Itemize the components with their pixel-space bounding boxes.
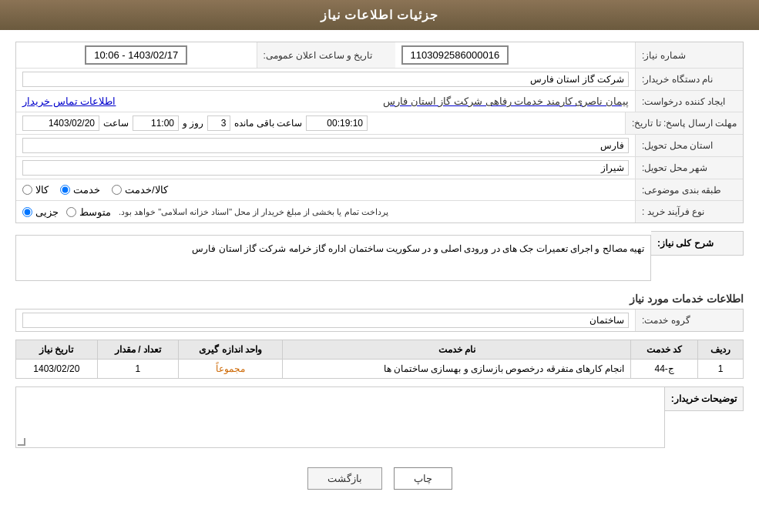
- creator-value: پیمان ناصری کارمند خدمات رفاهی شرکت گاز …: [383, 95, 629, 107]
- category-radio-group: کالا/خدمت خدمت کالا: [16, 179, 635, 200]
- resize-handle[interactable]: [18, 438, 25, 446]
- category-row: طبقه بندی موضوعی: کالا/خدمت خدمت کالا: [16, 179, 743, 201]
- process-note: پرداخت تمام یا بخشی از مبلغ خریدار از مح…: [119, 207, 388, 217]
- page-title: جزئیات اطلاعات نیاز: [321, 8, 439, 22]
- col-header-row: ردیف: [698, 340, 744, 360]
- main-content: شماره نیاز: 1103092586000016 تاریخ و ساع…: [0, 30, 759, 509]
- requester-row: نام دستگاه خریدار:: [16, 69, 743, 91]
- deadline-days-input[interactable]: [207, 115, 230, 131]
- category-radio-khedmat[interactable]: [60, 185, 70, 195]
- remaining-label: ساعت باقی مانده: [234, 118, 302, 129]
- category-radio-kala[interactable]: [22, 185, 32, 195]
- col-header-date: تاریخ نیاز: [16, 340, 98, 360]
- services-table: ردیف کد خدمت نام خدمت واحد اندازه گیری ت…: [15, 340, 744, 379]
- category-label-kala-khedmat: کالا/خدمت: [125, 184, 168, 196]
- deadline-time-input[interactable]: [133, 115, 179, 131]
- table-row: 1 ج-44 انجام کارهای متفرقه درخصوص بازساز…: [16, 360, 744, 379]
- category-option-kala-khedmat[interactable]: کالا/خدمت: [112, 184, 168, 196]
- col-header-name: نام خدمت: [283, 340, 631, 360]
- process-options-group: پرداخت تمام یا بخشی از مبلغ خریدار از مح…: [16, 201, 635, 223]
- group-value-cell: [16, 309, 635, 331]
- public-announce-box: 1403/02/17 - 10:06: [85, 45, 187, 65]
- category-label-khedmat: خدمت: [73, 184, 100, 196]
- category-option-khedmat[interactable]: خدمت: [60, 184, 100, 196]
- process-radio-jozi[interactable]: [22, 207, 32, 217]
- back-button[interactable]: بازگشت: [307, 467, 382, 490]
- city-value-cell: [16, 157, 635, 179]
- deadline-time-label: ساعت: [103, 118, 129, 129]
- requester-input[interactable]: [22, 72, 629, 87]
- buyer-notes-label: توضیحات خریدار:: [665, 386, 744, 411]
- process-option-jozi[interactable]: جزیی: [22, 206, 59, 218]
- process-label-jozi: جزیی: [35, 206, 59, 218]
- deadline-day-label: روز و: [183, 118, 203, 129]
- group-row: گروه خدمت:: [16, 309, 743, 331]
- process-label: نوع فرآیند خرید :: [635, 201, 743, 223]
- col-header-code: کد خدمت: [631, 340, 698, 360]
- remaining-time-input[interactable]: [306, 115, 368, 131]
- creator-label: ایجاد کننده درخواست:: [635, 91, 743, 112]
- deadline-row: مهلت ارسال پاسخ: تا تاریخ: ساعت باقی مان…: [16, 112, 743, 135]
- need-number-box: 1103092586000016: [401, 45, 509, 65]
- deadline-date-input[interactable]: [22, 115, 99, 131]
- buttons-row: چاپ بازگشت: [15, 460, 744, 497]
- deadline-label: مهلت ارسال پاسخ: تا تاریخ:: [625, 112, 743, 134]
- row-count: 1: [97, 360, 179, 379]
- city-label: شهر محل تحویل:: [635, 157, 743, 179]
- process-label-motavaset: متوسط: [79, 206, 111, 218]
- category-label: طبقه بندی موضوعی:: [635, 179, 743, 200]
- description-section: شرح کلی نیاز: تهیه مصالح و اجرای تعمیرات…: [15, 231, 744, 285]
- process-row: نوع فرآیند خرید : پرداخت تمام یا بخشی از…: [16, 201, 743, 223]
- col-header-count: تعداد / مقدار: [97, 340, 179, 360]
- requester-value: [16, 69, 635, 90]
- print-button[interactable]: چاپ: [394, 467, 452, 490]
- table-header-row: ردیف کد خدمت نام خدمت واحد اندازه گیری ت…: [16, 340, 744, 360]
- city-input[interactable]: [22, 160, 629, 176]
- creator-link[interactable]: اطلاعات تماس خریدار: [22, 95, 116, 107]
- row-number: 1: [698, 360, 744, 379]
- need-number-row: شماره نیاز: 1103092586000016 تاریخ و ساع…: [16, 42, 743, 69]
- description-label: شرح کلی نیاز:: [651, 231, 744, 256]
- category-label-kala: کالا: [35, 184, 49, 196]
- province-value-cell: [16, 135, 635, 156]
- process-option-motavaset[interactable]: متوسط: [66, 206, 111, 218]
- requester-label: نام دستگاه خریدار:: [635, 69, 743, 90]
- creator-row: ایجاد کننده درخواست: پیمان ناصری کارمند …: [16, 91, 743, 112]
- need-number-value: 1103092586000016: [395, 42, 636, 68]
- creator-value-cell: پیمان ناصری کارمند خدمات رفاهی شرکت گاز …: [16, 91, 635, 112]
- service-info-title: اطلاعات خدمات مورد نیاز: [15, 293, 744, 305]
- province-input[interactable]: [22, 138, 629, 153]
- public-announce-value: 1403/02/17 - 10:06: [16, 42, 257, 68]
- info-section: شماره نیاز: 1103092586000016 تاریخ و ساع…: [15, 42, 744, 223]
- col-header-unit: واحد اندازه گیری: [179, 340, 283, 360]
- remaining-time-group: ساعت باقی مانده: [234, 115, 368, 131]
- buyer-notes-section: توضیحات خریدار:: [15, 386, 744, 448]
- page-header: جزئیات اطلاعات نیاز: [0, 0, 759, 30]
- row-unit: مجموعاً: [179, 360, 283, 379]
- buyer-notes-box: [15, 386, 665, 448]
- group-section: گروه خدمت:: [15, 309, 744, 332]
- province-label: استان محل تحویل:: [635, 135, 743, 156]
- row-name: انجام کارهای متفرقه درخصوص بازسازی و بهس…: [283, 360, 631, 379]
- group-label: گروه خدمت:: [635, 309, 743, 331]
- deadline-value-cell: ساعت باقی مانده روز و ساعت: [16, 112, 625, 134]
- row-code: ج-44: [631, 360, 698, 379]
- city-row: شهر محل تحویل:: [16, 157, 743, 179]
- page-container: جزئیات اطلاعات نیاز شماره نیاز: 11030925…: [0, 0, 759, 532]
- process-radio-motavaset[interactable]: [66, 207, 76, 217]
- category-option-kala[interactable]: کالا: [22, 184, 49, 196]
- public-announce-label: تاریخ و ساعت اعلان عمومی:: [257, 42, 395, 68]
- province-row: استان محل تحویل:: [16, 135, 743, 157]
- group-input[interactable]: [22, 313, 629, 328]
- description-value: تهیه مصالح و اجرای تعمیرات جک های در ورو…: [15, 235, 651, 281]
- row-date: 1403/02/20: [16, 360, 98, 379]
- need-number-label: شماره نیاز:: [635, 42, 743, 68]
- deadline-date-time: ساعت باقی مانده روز و ساعت: [22, 115, 368, 131]
- category-radio-kala-khedmat[interactable]: [112, 185, 122, 195]
